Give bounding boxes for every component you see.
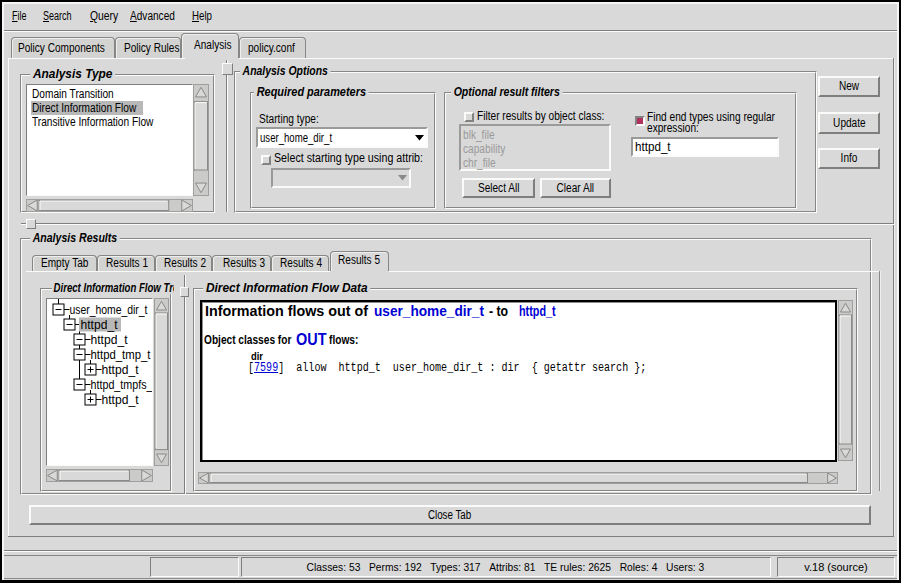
svg-text:user_home_dir_t: user_home_dir_t [70,303,149,317]
svg-text:httpd_t: httpd_t [81,318,119,332]
svg-text:httpd_tmpfs_: httpd_tmpfs_ [91,378,153,392]
svg-text:httpd_t: httpd_t [102,363,140,377]
svg-text:httpd_t: httpd_t [91,333,129,347]
svg-text:httpd_t: httpd_t [102,393,140,407]
svg-text:httpd_tmp_t: httpd_tmp_t [91,348,152,362]
